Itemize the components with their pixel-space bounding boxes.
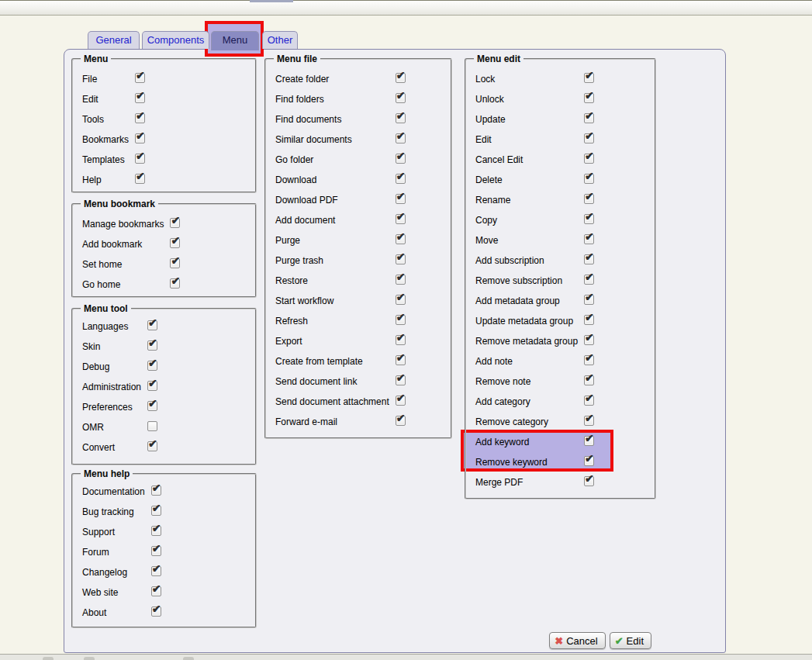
- menu-option-label: Add keyword: [472, 432, 584, 452]
- menu-option-row: Lock✔: [472, 69, 601, 89]
- checkbox-checked[interactable]: ✔: [170, 278, 180, 289]
- checkbox-checked[interactable]: ✔: [151, 526, 161, 536]
- checkbox-checked[interactable]: ✔: [396, 214, 406, 224]
- checkbox-checked[interactable]: ✔: [151, 566, 161, 576]
- checkbox-checked[interactable]: ✔: [147, 320, 157, 330]
- checkbox-checked[interactable]: ✔: [151, 606, 161, 617]
- checkbox-checked[interactable]: ✔: [396, 73, 406, 83]
- checkbox-checked[interactable]: ✔: [396, 375, 406, 385]
- menu-option-row: Help✔: [79, 170, 152, 190]
- checkbox-checked[interactable]: ✔: [135, 73, 145, 83]
- checkbox-cell: ✔: [584, 109, 601, 130]
- checkbox-checked[interactable]: ✔: [584, 295, 594, 305]
- checkbox-checked[interactable]: ✔: [584, 113, 594, 123]
- checkbox-checked[interactable]: ✔: [151, 546, 161, 556]
- tab-components[interactable]: Components: [142, 31, 209, 49]
- menu-option-row: Languages✔: [79, 316, 164, 337]
- checkbox-checked[interactable]: ✔: [147, 381, 157, 391]
- checkbox-cell: ✔: [584, 291, 601, 311]
- checkbox-cell: ✔: [584, 392, 601, 412]
- checkbox-checked[interactable]: ✔: [135, 113, 145, 123]
- checkbox-checked[interactable]: ✔: [584, 73, 594, 83]
- status-stub-icon: [43, 657, 54, 660]
- checkbox-checked[interactable]: ✔: [584, 93, 594, 103]
- checkbox-checked[interactable]: ✔: [396, 194, 406, 204]
- checkbox-cell: ✔: [147, 357, 164, 377]
- checkbox-checked[interactable]: ✔: [584, 476, 594, 486]
- checkbox-checked[interactable]: ✔: [584, 154, 594, 164]
- checkbox-checked[interactable]: ✔: [584, 194, 594, 204]
- checkmark-icon: ✔: [171, 215, 180, 226]
- status-stub-icon: [84, 657, 95, 660]
- checkbox-checked[interactable]: ✔: [396, 113, 406, 123]
- checkbox-checked[interactable]: ✔: [396, 315, 406, 325]
- checkbox-checked[interactable]: ✔: [170, 238, 180, 248]
- checkbox-checked[interactable]: ✔: [396, 174, 406, 184]
- checkbox-cell: ✔: [584, 150, 601, 170]
- checkbox-checked[interactable]: ✔: [151, 506, 161, 516]
- checkbox-checked[interactable]: ✔: [396, 154, 406, 164]
- checkbox-checked[interactable]: ✔: [584, 275, 594, 285]
- checkbox-checked[interactable]: ✔: [584, 355, 594, 365]
- checkbox-checked[interactable]: ✔: [584, 315, 594, 325]
- checkmark-icon: ✔: [396, 332, 406, 343]
- fieldset-edit: Menu editLock✔Unlock✔Update✔Edit✔Cancel …: [465, 54, 656, 499]
- checkbox-checked[interactable]: ✔: [584, 416, 594, 426]
- menu-option-label: Add category: [472, 392, 584, 412]
- checkbox-checked[interactable]: ✔: [584, 254, 594, 264]
- tab-menu[interactable]: Menu: [211, 31, 259, 50]
- menu-option-label: Forum: [79, 542, 151, 562]
- checkmark-icon: ✔: [585, 130, 594, 141]
- checkbox-checked[interactable]: ✔: [584, 214, 594, 224]
- checkbox-checked[interactable]: ✔: [396, 416, 406, 426]
- checkbox-checked[interactable]: ✔: [135, 133, 145, 143]
- tab-general[interactable]: General: [88, 31, 140, 49]
- checkbox-checked[interactable]: ✔: [396, 396, 406, 406]
- checkbox-checked[interactable]: ✔: [147, 401, 157, 411]
- checkbox-checked[interactable]: ✔: [584, 456, 594, 466]
- checkbox-checked[interactable]: ✔: [584, 234, 594, 244]
- checkbox-checked[interactable]: ✔: [147, 340, 157, 351]
- checkbox-cell: ✔: [584, 452, 601, 472]
- menu-option-label: Download PDF: [272, 190, 396, 210]
- cancel-button[interactable]: ✖Cancel: [549, 632, 605, 649]
- checkbox-checked[interactable]: ✔: [135, 93, 145, 103]
- checkbox-checked[interactable]: ✔: [396, 355, 406, 365]
- tab-other[interactable]: Other: [262, 31, 298, 49]
- checkbox-checked[interactable]: ✔: [584, 133, 594, 143]
- edit-button[interactable]: ✔Edit: [610, 632, 651, 649]
- checkbox-checked[interactable]: ✔: [151, 586, 161, 596]
- checkbox-checked[interactable]: ✔: [396, 295, 406, 305]
- checkbox-checked[interactable]: ✔: [170, 218, 180, 228]
- menu-option-label: Web site: [79, 582, 151, 603]
- checkbox-checked[interactable]: ✔: [396, 275, 406, 285]
- checkbox-checked[interactable]: ✔: [396, 254, 406, 264]
- checkbox-cell: ✔: [170, 214, 187, 234]
- menu-option-row: Add note✔: [472, 351, 601, 371]
- checkbox-checked[interactable]: ✔: [584, 335, 594, 345]
- checkbox-checked[interactable]: ✔: [147, 361, 157, 371]
- menu-option-row: OMR: [79, 417, 164, 437]
- menu-option-row: Refresh✔: [272, 311, 413, 331]
- menu-option-label: Send document attachment: [272, 392, 396, 412]
- checkbox-checked[interactable]: ✔: [584, 436, 594, 446]
- checkbox-checked[interactable]: ✔: [151, 485, 161, 496]
- checkbox-cell: ✔: [147, 316, 164, 337]
- checkbox-checked[interactable]: ✔: [584, 396, 594, 406]
- checkbox-checked[interactable]: ✔: [396, 133, 406, 143]
- menu-option-label: Create from template: [272, 351, 396, 371]
- checkbox-checked[interactable]: ✔: [170, 258, 180, 268]
- checkmark-icon: ✔: [148, 398, 157, 409]
- checkbox-checked[interactable]: ✔: [584, 174, 594, 184]
- checkbox-checked[interactable]: ✔: [135, 154, 145, 164]
- checkbox-checked[interactable]: ✔: [147, 441, 157, 451]
- checkbox-checked[interactable]: ✔: [584, 375, 594, 385]
- checkbox-checked[interactable]: ✔: [135, 174, 145, 184]
- checkbox-checked[interactable]: ✔: [396, 93, 406, 103]
- checkbox-unchecked[interactable]: [147, 421, 157, 431]
- edit-button-label: Edit: [627, 635, 644, 647]
- checkbox-checked[interactable]: ✔: [396, 234, 406, 244]
- menu-option-label: Download: [272, 170, 396, 190]
- checkbox-checked[interactable]: ✔: [396, 335, 406, 345]
- menu-option-row: Merge PDF✔: [472, 472, 601, 492]
